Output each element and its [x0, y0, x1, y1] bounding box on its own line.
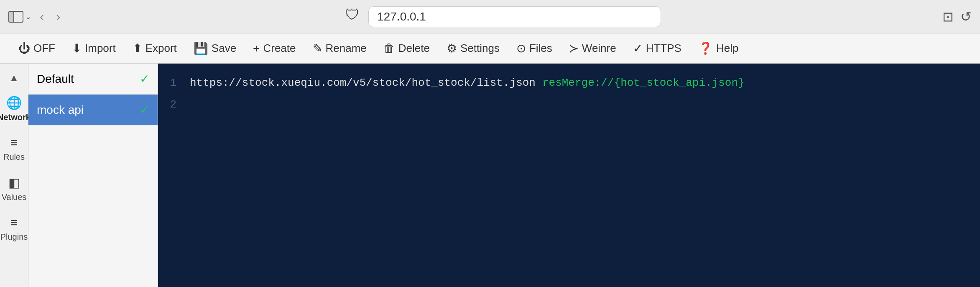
- editor-content[interactable]: https://stock.xueqiu.com/v5/stock/hot_st…: [183, 64, 980, 287]
- url-bar[interactable]: 127.0.0.1: [368, 6, 661, 27]
- title-bar-right: ⊡ ↺: [942, 9, 972, 25]
- toolbar-off-button[interactable]: ⏻ OFF: [10, 38, 64, 59]
- toolbar-weinre-label: Weinre: [582, 42, 616, 55]
- toolbar-import-button[interactable]: ⬇ Import: [64, 38, 124, 59]
- rules-icon: ≡: [10, 136, 18, 150]
- toolbar-delete-label: Delete: [398, 42, 430, 55]
- sidebar-item-plugins[interactable]: ≡ Plugins: [0, 209, 28, 249]
- sidebar-item-rules[interactable]: ≡ Rules: [0, 129, 28, 169]
- export-icon: ⬆: [133, 41, 142, 55]
- weinre-icon: ≻: [569, 41, 579, 55]
- rename-icon: ✎: [313, 41, 322, 55]
- settings-icon: ⚙: [447, 41, 457, 55]
- rule-item-default-name: Default: [37, 72, 74, 86]
- create-icon: +: [253, 42, 260, 55]
- rule-item-mock-api-name: mock api: [37, 103, 84, 117]
- toolbar-create-label: Create: [263, 42, 296, 55]
- toolbar-settings-button[interactable]: ⚙ Settings: [438, 38, 508, 59]
- back-button[interactable]: ‹: [36, 7, 48, 26]
- network-icon: 🌐: [6, 95, 22, 110]
- toolbar-delete-button[interactable]: 🗑 Delete: [375, 38, 438, 59]
- toolbar-weinre-button[interactable]: ≻ Weinre: [561, 38, 625, 59]
- toolbar-rename-label: Rename: [326, 42, 367, 55]
- sidebar-toggle-icon: [8, 11, 23, 23]
- https-icon: ✓: [633, 41, 643, 55]
- toolbar-create-button[interactable]: + Create: [245, 38, 304, 59]
- plugins-icon: ≡: [10, 215, 18, 230]
- rule-item-default[interactable]: Default ✓: [28, 64, 158, 95]
- sidebar-values-label: Values: [2, 192, 27, 202]
- editor-line-1-url: https://stock.xueqiu.com/v5/stock/hot_st…: [190, 72, 536, 94]
- title-bar: ⌄ ‹ › 🛡 127.0.0.1 ⊡ ↺: [0, 0, 980, 33]
- sidebar-toggle-button[interactable]: ⌄: [8, 11, 31, 23]
- import-icon: ⬇: [72, 41, 82, 55]
- rule-item-default-check: ✓: [140, 72, 149, 86]
- toolbar-files-button[interactable]: ⊙ Files: [508, 38, 561, 59]
- sidebar-rules-label: Rules: [3, 152, 25, 162]
- rule-list-panel: Default ✓ mock api ✓: [28, 64, 158, 287]
- help-icon: ❓: [698, 41, 713, 55]
- sidebar-item-network[interactable]: 🌐 Network: [0, 89, 28, 129]
- toolbar: ⏻ OFF ⬇ Import ⬆ Export 💾 Save + Create …: [0, 33, 980, 64]
- toolbar-save-label: Save: [212, 42, 236, 55]
- toolbar-rename-button[interactable]: ✎ Rename: [304, 38, 375, 59]
- toolbar-export-button[interactable]: ⬆ Export: [124, 38, 185, 59]
- editor-line-1-res: resMerge://{hot_stock_api.json}: [542, 72, 745, 94]
- toolbar-settings-label: Settings: [460, 42, 500, 55]
- editor-line-1: https://stock.xueqiu.com/v5/stock/hot_st…: [190, 72, 973, 94]
- rule-item-mock-api[interactable]: mock api ✓: [28, 95, 158, 126]
- toolbar-files-label: Files: [529, 42, 552, 55]
- sidebar: ▲ 🌐 Network ≡ Rules ◧ Values ≡ Plugins: [0, 64, 28, 287]
- forward-button[interactable]: ›: [53, 7, 64, 26]
- save-icon: 💾: [194, 41, 208, 55]
- delete-icon: 🗑: [383, 41, 395, 55]
- sidebar-item-values[interactable]: ◧ Values: [0, 169, 28, 209]
- line-numbers: 1 2: [158, 64, 183, 287]
- title-bar-left: ⌄ ‹ ›: [8, 7, 64, 26]
- toolbar-export-label: Export: [145, 42, 177, 55]
- main-content: ▲ 🌐 Network ≡ Rules ◧ Values ≡ Plugins D…: [0, 64, 980, 287]
- refresh-icon[interactable]: ↺: [960, 9, 972, 25]
- rule-item-mock-api-check: ✓: [140, 103, 149, 117]
- translate-icon[interactable]: ⊡: [942, 9, 954, 25]
- chevron-down-icon: ⌄: [25, 12, 31, 21]
- toolbar-import-label: Import: [85, 42, 116, 55]
- shield-icon: 🛡: [345, 6, 360, 27]
- toolbar-https-button[interactable]: ✓ HTTPS: [625, 38, 690, 59]
- sidebar-collapse-button[interactable]: ▲: [0, 67, 28, 89]
- toolbar-off-label: OFF: [33, 42, 55, 55]
- toolbar-save-button[interactable]: 💾 Save: [185, 38, 245, 59]
- toolbar-https-label: HTTPS: [646, 42, 681, 55]
- values-icon: ◧: [8, 175, 20, 190]
- files-icon: ⊙: [516, 41, 526, 55]
- title-bar-center: 🛡 127.0.0.1: [70, 6, 936, 27]
- sidebar-plugins-label: Plugins: [0, 232, 28, 242]
- editor-panel[interactable]: 1 2 https://stock.xueqiu.com/v5/stock/ho…: [158, 64, 980, 287]
- sidebar-network-label: Network: [0, 113, 31, 122]
- toolbar-help-button[interactable]: ❓ Help: [690, 38, 747, 59]
- power-icon: ⏻: [18, 41, 30, 55]
- toolbar-help-label: Help: [716, 42, 738, 55]
